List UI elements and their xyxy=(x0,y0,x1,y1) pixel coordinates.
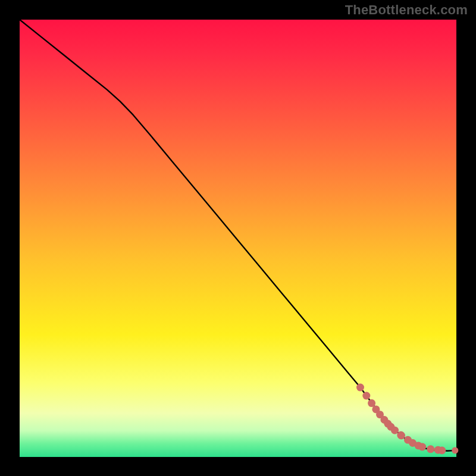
data-point xyxy=(391,427,399,434)
data-point xyxy=(362,392,370,400)
plot-area xyxy=(20,20,456,457)
attribution-label: TheBottleneck.com xyxy=(345,2,468,18)
curve-path xyxy=(20,20,456,451)
chart-frame: TheBottleneck.com xyxy=(0,0,476,476)
data-points xyxy=(356,384,458,455)
plot-svg xyxy=(20,20,456,457)
data-point xyxy=(418,443,426,451)
data-point xyxy=(452,447,458,454)
bottleneck-curve xyxy=(20,20,456,451)
data-point xyxy=(397,432,405,440)
data-point xyxy=(356,384,364,392)
data-point xyxy=(427,445,434,453)
data-point xyxy=(438,447,446,455)
